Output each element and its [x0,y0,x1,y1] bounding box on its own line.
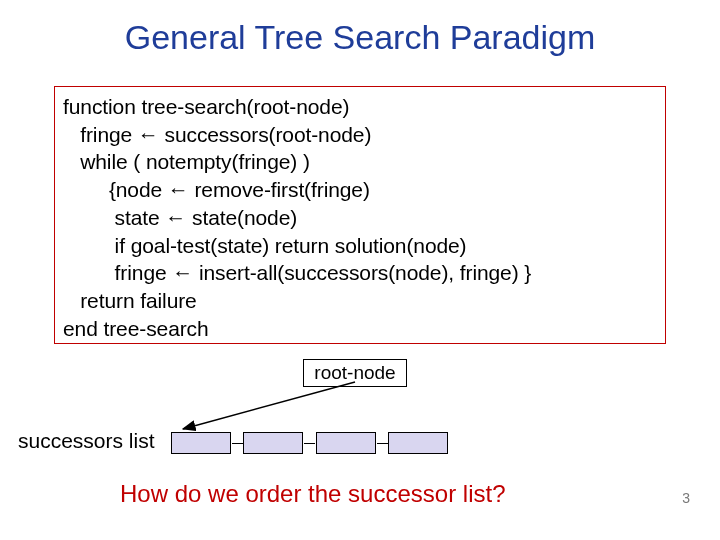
code-line: return failure [63,287,657,315]
successors-list-label: successors list [18,429,155,453]
question-text: How do we order the successor list? [120,480,506,508]
slide: General Tree Search Paradigm function tr… [0,0,720,540]
page-number: 3 [682,490,690,506]
arrow-icon [175,379,358,434]
code-line: if goal-test(state) return solution(node… [63,232,657,260]
pseudocode-box: function tree-search(root-node) fringe ←… [54,86,666,344]
list-connector [232,443,243,444]
list-connector [304,443,315,444]
code-line: {node ← remove-first(fringe) [63,176,657,204]
code-line: fringe ← successors(root-node) [63,121,657,149]
list-node-box [388,432,448,454]
svg-line-1 [183,382,355,429]
list-node-box [316,432,376,454]
list-node-box [171,432,231,454]
list-node-box [243,432,303,454]
code-line: function tree-search(root-node) [63,93,657,121]
page-title: General Tree Search Paradigm [0,18,720,57]
list-connector [377,443,388,444]
code-line: state ← state(node) [63,204,657,232]
code-line: end tree-search [63,315,657,343]
code-line: while ( notempty(fringe) ) [63,148,657,176]
code-line: fringe ← insert-all(successors(node), fr… [63,259,657,287]
